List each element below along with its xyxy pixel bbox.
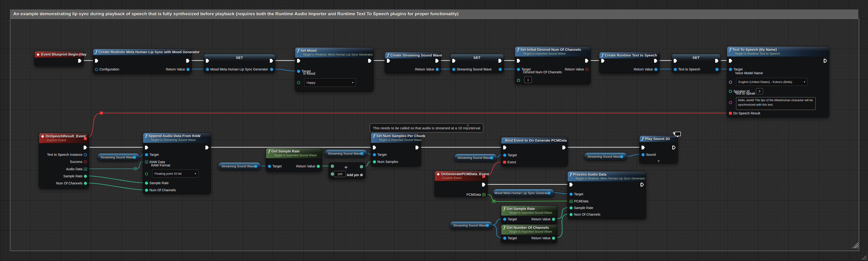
exec_out-pin-row[interactable] (78, 59, 82, 63)
bool-pin[interactable] (84, 160, 87, 163)
dropdown-voice[interactable]: English (United States) - Kokoro (Bella)… (736, 78, 808, 86)
array-pin[interactable] (145, 160, 148, 163)
exec_out-pin-row[interactable] (715, 59, 718, 63)
streaming-sound-wave-pin-row[interactable]: Streaming Sound Wave (452, 67, 492, 71)
obj-pin[interactable] (490, 156, 493, 159)
name-pin[interactable] (729, 81, 732, 84)
exec_out-pin-row[interactable] (562, 145, 566, 150)
exec_out-pin-row[interactable] (824, 59, 827, 63)
bubble-pin-icon[interactable]: ⚲☰ (466, 124, 469, 130)
event-pin-row[interactable]: Event (503, 160, 516, 164)
exec_out-pin-row[interactable] (84, 145, 87, 150)
target-pin-row[interactable]: Target (373, 152, 386, 157)
target-pin-row[interactable]: Target (145, 152, 159, 157)
exec_out-pin-row[interactable] (270, 59, 273, 63)
obj-pin[interactable] (499, 68, 502, 71)
array-pin[interactable] (569, 200, 572, 203)
exec-pin[interactable] (482, 183, 486, 187)
create-runtime-text-to-speech-node[interactable]: ƒCreate Runtime Text to SpeechReturn Val… (599, 52, 659, 73)
delegate-pin[interactable] (729, 112, 732, 115)
streaming-sound-wave-var-pill[interactable]: Streaming Sound Wave (218, 162, 261, 170)
obj-pin[interactable] (503, 154, 506, 157)
obj-pin[interactable] (373, 153, 376, 156)
exec-pin[interactable] (368, 59, 371, 63)
target-pin-row[interactable]: Target (503, 153, 517, 157)
delegate-pin[interactable] (79, 53, 81, 56)
val_out-pin-row[interactable] (715, 67, 718, 71)
return-value-pin-row[interactable]: Return Value (296, 164, 320, 168)
set-initial-desired-num-of-channels-node[interactable]: ƒSet Initial Desired Num Of ChannelsTarg… (515, 46, 591, 84)
on-speech-result-event-node[interactable]: ◈OnSpeechResult_EventCustom EventText to… (39, 133, 89, 188)
obj-pin[interactable] (186, 68, 189, 71)
obj-pin[interactable] (360, 152, 363, 155)
return-value-pin-row[interactable]: Return Value (531, 217, 555, 221)
add-pin-icon[interactable]: ⊕ (360, 173, 363, 177)
exec-pin[interactable] (729, 59, 732, 63)
on-generate-pcmdata-event-node[interactable]: ◈OnGeneratePCMData_EventCustom EventPCMD… (434, 171, 488, 197)
exec-pin[interactable] (562, 146, 566, 149)
int-pin[interactable] (317, 165, 320, 168)
obj-pin[interactable] (620, 155, 623, 158)
exec_in-pin-row[interactable] (517, 59, 520, 63)
set-mood-metahuman-lipsync-generator-node[interactable]: SETMood Meta Human Lip Sync Generator (204, 54, 275, 73)
exec_out-pin-row[interactable] (435, 59, 439, 63)
exec-pin[interactable] (498, 59, 502, 63)
blueprint-canvas[interactable]: An example demonstrating lip sync during… (0, 0, 868, 261)
exec-pin[interactable] (503, 146, 506, 149)
obj-pin[interactable] (715, 68, 718, 71)
b-pin-row[interactable] (331, 172, 334, 176)
exec-pin[interactable] (517, 59, 520, 63)
exec-pin[interactable] (435, 59, 439, 63)
obj-pin[interactable] (642, 153, 645, 156)
numbox-speaker[interactable]: 0 (756, 88, 763, 94)
streaming-sound-wave-var-pill[interactable]: Streaming Sound Wave (584, 152, 627, 160)
exec-pin[interactable] (95, 59, 98, 63)
val_out-pin-row[interactable] (499, 67, 502, 71)
exec_out-pin-row[interactable] (498, 59, 502, 63)
streaming-sound-wave-var-pill[interactable]: Streaming Sound Wave (454, 154, 497, 162)
exec_in-pin-row[interactable] (729, 59, 732, 63)
out-pin-row[interactable] (360, 164, 363, 169)
exec_out-pin-row[interactable] (186, 59, 189, 63)
target-pin-row[interactable]: Target (503, 236, 517, 240)
int-pin[interactable] (145, 189, 148, 192)
pcmdata-pin-row[interactable]: PCMData (569, 199, 588, 203)
exec_out-pin-row[interactable] (585, 59, 588, 63)
voice-model-name-pin-row[interactable] (729, 80, 732, 84)
exec-pin[interactable] (387, 59, 390, 63)
obj-pin[interactable] (297, 70, 300, 73)
event-blueprint-begin-play-node[interactable]: ◈Event Blueprint Begin Play (34, 51, 84, 66)
obj-pin[interactable] (270, 68, 273, 71)
bool-pin[interactable] (585, 68, 588, 71)
array-pin[interactable] (84, 167, 87, 171)
a-pin-row[interactable] (331, 164, 334, 168)
int-pin[interactable] (552, 218, 555, 221)
exec_in-pin-row[interactable] (206, 59, 209, 63)
obj-pin[interactable] (548, 191, 551, 194)
wildcard-pin[interactable] (360, 165, 363, 168)
obj-pin[interactable] (206, 68, 209, 71)
streaming-sound-wave-var-pill[interactable]: Streaming Sound Wave (450, 221, 493, 229)
obj-pin[interactable] (436, 68, 439, 71)
exec_out-pin-row[interactable] (368, 59, 371, 63)
mood-metahuman-lipsync-generator-var-pill[interactable]: Mood Meta Human Lip Sync Generator (493, 189, 554, 197)
num-of-channels-pin-row[interactable]: Num Of Channels (569, 212, 600, 217)
exec_in-pin-row[interactable] (601, 59, 604, 63)
play-sound-2d-node[interactable]: ƒPlay Sound 2D↯˅Sound (640, 136, 678, 163)
exec-pin[interactable] (601, 59, 604, 63)
exec-pin[interactable] (642, 146, 645, 149)
desired-num-of-channels-pin-row[interactable] (517, 78, 520, 82)
obj-pin[interactable] (95, 68, 98, 71)
set-mood-node[interactable]: ƒSet MoodTarget is Realistic Meta Human … (295, 47, 374, 91)
target-pin-row[interactable]: Target (268, 164, 282, 168)
target-pin-row[interactable]: Target (729, 67, 743, 71)
divide-node[interactable]: ÷Add pin ⊕100 (329, 162, 365, 179)
wildcard-pin[interactable] (331, 172, 334, 176)
dropdown-inmood[interactable]: Happy▾ (304, 78, 356, 87)
create-streaming-sound-wave-node[interactable]: ƒCreate Streaming Sound WaveReturn Value (385, 52, 441, 73)
int-pin[interactable] (373, 160, 376, 163)
numbox-channels[interactable]: 1 (524, 76, 532, 83)
sample-rate-pin-row[interactable]: Sample Rate (63, 174, 87, 178)
exec-pin[interactable] (569, 183, 573, 187)
exec_in-pin-row[interactable] (145, 145, 148, 150)
